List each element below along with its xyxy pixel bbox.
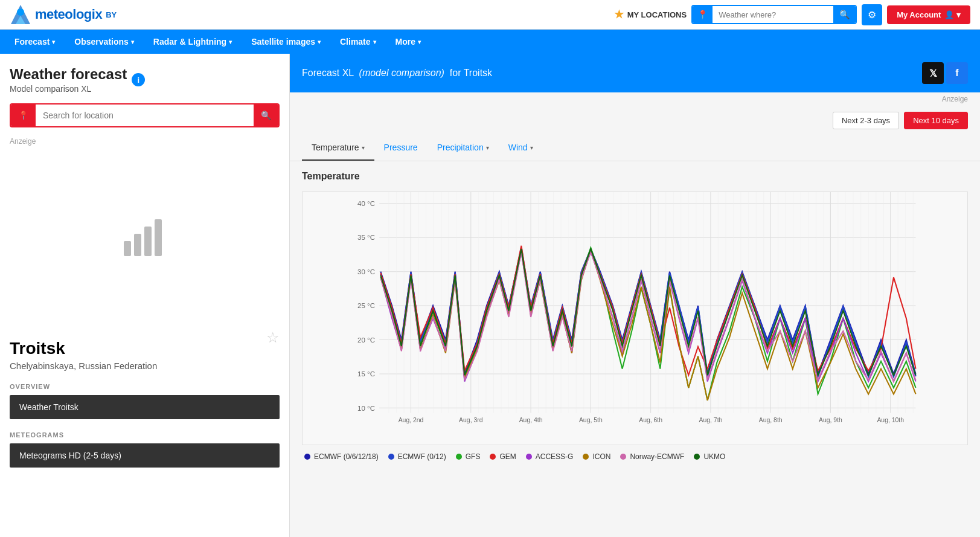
tab-pressure[interactable]: Pressure [374,135,428,161]
legend-dot-ukmo [694,454,700,460]
legend-dot-gfs [456,454,462,460]
precipitation-caret: ▾ [486,144,489,151]
header-search-button[interactable]: 🔍 [833,6,856,23]
main-layout: Weather forecast Model comparison XL i 📍… [0,54,980,537]
nav-item-observations[interactable]: Observations ▾ [65,30,143,54]
svg-text:40 °C: 40 °C [357,200,375,207]
my-account-button[interactable]: My Account 👤 ▾ [887,5,970,24]
twitter-button[interactable]: 𝕏 [922,62,944,84]
legend-dot-icon [583,454,589,460]
forecast-title-middle: (model comparison) [359,68,444,78]
next-2-3-days-button[interactable]: Next 2-3 days [833,112,899,129]
svg-text:Aug, 4th: Aug, 4th [519,417,543,423]
star-icon: ★ [614,8,624,21]
logo-area: meteologixBY [10,4,117,25]
sidebar-title: Weather forecast [10,66,127,83]
tab-precipitation[interactable]: Precipitation ▾ [428,135,499,161]
legend-access-g: ACCESS-G [526,452,574,461]
meteograms-section-label: METEOGRAMS [10,431,280,439]
main-content: Forecast XL (model comparison) for Troit… [290,54,980,537]
svg-text:Aug, 6th: Aug, 6th [639,417,662,423]
svg-rect-6 [155,219,162,256]
climate-caret: ▾ [373,39,376,45]
svg-text:Aug, 8th: Aug, 8th [759,417,783,423]
svg-text:Aug, 5th: Aug, 5th [579,417,603,423]
observations-caret: ▾ [131,39,134,45]
favorite-star-icon[interactable]: ☆ [266,329,280,346]
sidebar-anzeige-label: Anzeige [10,137,280,146]
svg-text:Aug, 10th: Aug, 10th [877,417,904,423]
nav-item-forecast[interactable]: Forecast ▾ [5,30,65,54]
logo-icon [10,4,31,25]
svg-text:35 °C: 35 °C [357,234,375,241]
legend-dot-access-g [526,454,532,460]
nav-item-radar[interactable]: Radar & Lightning ▾ [144,30,242,54]
sidebar-search-bar: 📍 🔍 [10,103,280,127]
svg-rect-3 [124,241,131,256]
header-location-pin-button[interactable]: 📍 [693,6,713,23]
legend-ukmo: UKMO [694,452,725,461]
satellite-caret: ▾ [318,39,321,45]
anzeige-right: Anzeige [290,92,980,106]
legend-dot-ecmwf-0-12 [388,454,394,460]
forecast-header-bar: Forecast XL (model comparison) for Troit… [290,54,980,92]
weather-troitsk-item[interactable]: Weather Troitsk [10,395,280,419]
signal-bars-icon [121,211,169,259]
meteograms-hd-item[interactable]: Meteograms HD (2-5 days) [10,443,280,468]
location-sub: Chelyabinskaya, Russian Federation [10,361,157,371]
legend-gem: GEM [490,452,516,461]
chart-container: 40 °C 35 °C 30 °C 25 °C 20 °C 15 °C 10 °… [302,191,968,445]
my-locations-label: MY LOCATIONS [627,10,687,19]
logo-text: meteologix [35,7,102,22]
svg-text:20 °C: 20 °C [357,336,375,344]
location-row: Troitsk Chelyabinskaya, Russian Federati… [10,329,280,371]
svg-text:30 °C: 30 °C [357,268,375,275]
legend-dot-gem [490,454,496,460]
settings-button[interactable]: ⚙ [862,4,882,25]
tab-temperature[interactable]: Temperature ▾ [302,135,374,161]
svg-text:25 °C: 25 °C [357,302,375,309]
sidebar-search-button[interactable]: 🔍 [254,105,278,126]
sidebar-pin-button[interactable]: 📍 [11,105,36,126]
info-icon[interactable]: i [132,73,145,86]
wind-caret: ▾ [530,144,533,151]
header-search-bar: 📍 🔍 [691,5,857,24]
overview-section-label: OVERVIEW [10,383,280,390]
nav-item-more[interactable]: More ▾ [386,30,431,54]
tab-wind[interactable]: Wind ▾ [499,135,543,161]
legend-gfs: GFS [456,452,481,461]
facebook-button[interactable]: f [946,62,968,84]
chart-area: Temperature 40 °C 35 °C 30 °C 25 °C 20 °… [290,161,980,471]
svg-rect-4 [134,234,141,256]
my-locations-button[interactable]: ★ MY LOCATIONS [614,8,687,21]
forecast-caret: ▾ [52,39,55,45]
nav-item-climate[interactable]: Climate ▾ [330,30,386,54]
nav-item-satellite[interactable]: Satellite images ▾ [242,30,330,54]
legend-ecmwf-0-6-12-18: ECMWF (0/6/12/18) [304,452,379,461]
sidebar-subtitle: Model comparison XL [10,84,127,94]
legend-norway-ecmwf: Norway-ECMWF [620,452,684,461]
radar-caret: ▾ [229,39,232,45]
next-10-days-button[interactable]: Next 10 days [904,112,968,129]
top-header: meteologixBY ★ MY LOCATIONS 📍 🔍 ⚙ My Acc… [0,0,980,30]
period-bar: Next 2-3 days Next 10 days [290,106,980,135]
svg-text:15 °C: 15 °C [357,370,375,378]
sidebar-title-row: Weather forecast Model comparison XL i [10,66,280,94]
forecast-title-prefix: Forecast XL [302,68,354,78]
ad-placeholder [10,150,280,320]
svg-text:Aug, 9th: Aug, 9th [819,417,842,423]
chart-legend: ECMWF (0/6/12/18) ECMWF (0/12) GFS GEM A… [302,452,968,461]
legend-dot-norway-ecmwf [620,454,626,460]
svg-text:Aug, 7th: Aug, 7th [699,417,722,423]
temperature-caret: ▾ [362,144,365,151]
sidebar-search-input[interactable] [36,105,254,126]
more-caret: ▾ [418,39,421,45]
legend-ecmwf-0-12: ECMWF (0/12) [388,452,446,461]
forecast-title-suffix: for Troitsk [450,68,492,78]
svg-point-1 [17,8,24,16]
header-right: ★ MY LOCATIONS 📍 🔍 ⚙ My Account 👤 ▾ [614,4,970,25]
header-search-input[interactable] [713,7,833,23]
chart-tabs: Temperature ▾ Pressure Precipitation ▾ W… [290,135,980,161]
main-nav: Forecast ▾ Observations ▾ Radar & Lightn… [0,30,980,54]
location-name: Troitsk [10,339,157,358]
